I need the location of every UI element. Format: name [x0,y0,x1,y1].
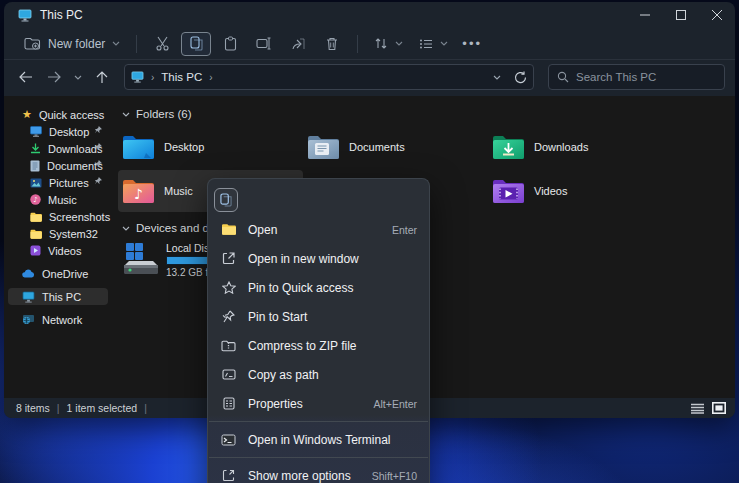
menu-item-copy-as-path[interactable]: Copy as path [208,360,429,389]
close-button[interactable] [699,2,735,28]
folders-section-header[interactable]: Folders (6) [118,106,735,122]
desktop-folder-icon [122,134,155,161]
this-pc-icon [18,9,32,22]
sort-button[interactable] [366,33,411,54]
sidebar-item-network[interactable]: Network [8,311,108,328]
sidebar-item-downloads[interactable]: Downloads [8,140,108,157]
address-dropdown-icon[interactable] [493,75,501,80]
sidebar-item-onedrive[interactable]: OneDrive [8,265,108,282]
terminal-icon [220,434,237,446]
maximize-button[interactable] [663,2,699,28]
sidebar-item-videos[interactable]: Videos [8,242,108,259]
toolbar-divider [136,35,137,53]
star-outline-icon [220,281,237,294]
navigation-pane: ★ Quick access Desktop Downloads Documen… [4,96,112,398]
menu-item-open-windows-terminal[interactable]: Open in Windows Terminal [208,425,429,454]
sidebar-item-pictures[interactable]: Pictures [8,174,108,191]
cut-button[interactable] [147,32,177,56]
large-icons-view-button[interactable] [711,401,727,415]
menu-item-properties[interactable]: Properties Alt+Enter [208,389,429,418]
downloads-icon [30,143,41,154]
recent-locations-button[interactable] [70,65,86,89]
refresh-button[interactable] [514,71,527,84]
menu-item-show-more-options[interactable]: Show more options Shift+F10 [208,461,429,483]
svg-text:♪: ♪ [33,196,37,204]
command-toolbar: New folder ••• [4,28,735,60]
folder-tile-documents[interactable]: Documents [303,126,488,168]
menu-item-open[interactable]: Open Enter [208,215,429,244]
properties-icon [220,397,237,410]
delete-button[interactable] [317,32,347,56]
rename-button[interactable] [249,32,279,56]
star-icon: ★ [22,108,32,121]
collapse-chevron-icon [122,112,130,117]
selection-count: 1 item selected [67,402,138,414]
menu-separator [209,421,428,422]
zip-folder-icon [220,340,237,352]
paste-button[interactable] [215,32,245,56]
context-menu-quick-actions [208,185,429,215]
pin-icon [94,126,102,134]
details-view-button[interactable] [689,401,705,415]
copy-quick-action[interactable] [214,188,238,212]
folder-tile-videos[interactable]: Videos [488,170,673,212]
shortcut: Enter [392,224,417,236]
sidebar-item-documents[interactable]: Documents [8,157,108,174]
toolbar-divider [357,35,358,53]
sidebar-item-desktop[interactable]: Desktop [8,123,108,140]
pin-icon [94,177,102,185]
sidebar-item-music[interactable]: ♪ Music [8,191,108,208]
folder-tile-desktop[interactable]: Desktop [118,126,303,168]
chevron-down-icon [112,41,120,46]
new-folder-label: New folder [48,37,105,51]
pictures-icon [30,178,42,188]
items-count: 8 items [16,402,50,414]
new-folder-button[interactable]: New folder [16,33,128,55]
folder-tile-downloads[interactable]: Downloads [488,126,673,168]
collapse-chevron-icon [122,226,130,231]
forward-button[interactable] [42,65,66,89]
documents-folder-icon [307,134,340,161]
copy-path-icon [220,369,237,380]
minimize-button[interactable] [627,2,663,28]
window-title: This PC [40,8,83,22]
navigation-bar: › This PC › Search This PC [4,60,735,96]
search-input[interactable]: Search This PC [548,64,725,90]
menu-separator [209,457,428,458]
menu-item-pin-quick-access[interactable]: Pin to Quick access [208,273,429,302]
copy-button[interactable] [181,32,211,56]
open-new-window-icon [220,252,237,265]
open-folder-icon [220,223,237,236]
up-button[interactable] [90,65,114,89]
documents-icon [30,160,40,172]
search-icon [557,71,569,83]
this-pc-icon [22,291,35,303]
breadcrumb-chevron-icon: › [207,72,214,83]
sidebar-item-system32[interactable]: System32 [8,225,108,242]
menu-item-compress-zip[interactable]: Compress to ZIP file [208,331,429,360]
address-bar[interactable]: › This PC › [124,64,534,90]
more-options-button[interactable]: ••• [462,36,482,51]
share-button[interactable] [283,32,313,56]
sidebar-item-screenshots[interactable]: Screenshots [8,208,108,225]
pin-outline-icon [220,310,237,323]
local-disk-icon [122,242,160,276]
menu-item-open-new-window[interactable]: Open in new window [208,244,429,273]
title-bar: This PC [4,2,735,28]
breadcrumb-this-pc[interactable]: This PC [161,71,202,83]
svg-text:♪: ♪ [134,186,143,202]
music-icon: ♪ [30,194,41,205]
context-menu: Open Enter Open in new window Pin to Qui… [207,178,430,483]
music-folder-icon: ♪ [122,178,155,205]
copy-icon [220,193,232,207]
view-button[interactable] [411,34,456,54]
onedrive-cloud-icon [22,269,35,278]
sidebar-item-this-pc[interactable]: This PC [8,288,108,305]
network-icon [22,314,35,325]
desktop-icon [30,126,42,137]
back-button[interactable] [14,65,38,89]
menu-item-pin-to-start[interactable]: Pin to Start [208,302,429,331]
sidebar-item-quick-access[interactable]: ★ Quick access [8,106,108,123]
videos-folder-icon [492,178,525,205]
chevron-down-icon [395,41,403,46]
